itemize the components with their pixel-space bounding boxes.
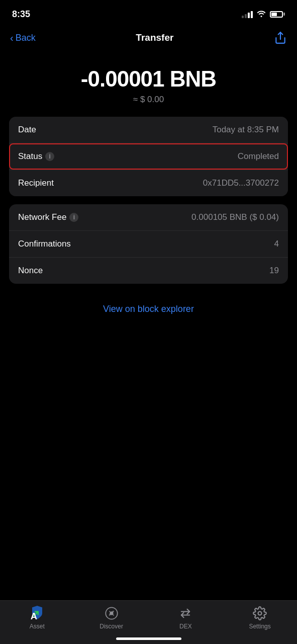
network-fee-value: 0.000105 BNB ($ 0.04): [191, 212, 279, 222]
tab-discover[interactable]: Discover: [94, 606, 129, 630]
status-bar: 8:35: [0, 0, 297, 25]
confirmations-label: Confirmations: [18, 239, 71, 249]
confirmations-value: 4: [274, 239, 279, 249]
tab-asset-label: Asset: [30, 623, 45, 630]
amount-section: -0.00001 BNB ≈ $ 0.00: [0, 52, 297, 117]
date-value: Today at 8:35 PM: [213, 125, 279, 135]
tab-dex-label: DEX: [179, 623, 192, 630]
share-button[interactable]: [274, 31, 287, 44]
home-indicator: [116, 637, 181, 640]
discover-tab-icon: [104, 606, 119, 621]
recipient-row: Recipient 0x71DD5...3700272: [9, 170, 288, 196]
tab-discover-label: Discover: [100, 623, 123, 630]
date-label: Date: [18, 125, 36, 135]
amount-main: -0.00001 BNB: [10, 66, 287, 92]
explorer-link-section: View on block explorer: [0, 292, 297, 327]
page-title: Transfer: [136, 32, 173, 43]
share-icon: [274, 31, 287, 44]
nonce-label: Nonce: [18, 266, 43, 276]
detail-card-2: Network Fee i 0.000105 BNB ($ 0.04) Conf…: [9, 204, 288, 284]
status-icons: [242, 10, 285, 19]
network-fee-row: Network Fee i 0.000105 BNB ($ 0.04): [9, 204, 288, 231]
chevron-left-icon: ‹: [10, 32, 14, 44]
recipient-label: Recipient: [18, 178, 54, 188]
svg-point-6: [258, 612, 262, 615]
tab-settings[interactable]: Settings: [242, 606, 277, 630]
svg-text:A: A: [31, 611, 37, 621]
wifi-icon: [257, 10, 266, 19]
nonce-row: Nonce 19: [9, 258, 288, 284]
status-time: 8:35: [12, 9, 30, 20]
back-label: Back: [16, 33, 36, 43]
detail-card-1: Date Today at 8:35 PM Status i Completed…: [9, 117, 288, 196]
status-label: Status i: [18, 151, 54, 162]
status-info-icon[interactable]: i: [45, 152, 54, 161]
status-value: Completed: [238, 151, 279, 162]
explorer-link[interactable]: View on block explorer: [103, 304, 194, 314]
tab-dex[interactable]: DEX: [168, 606, 203, 630]
dex-tab-icon: [178, 606, 193, 621]
date-row: Date Today at 8:35 PM: [9, 117, 288, 143]
recipient-value: 0x71DD5...3700272: [203, 178, 279, 188]
asset-tab-icon: A: [30, 606, 45, 621]
nonce-value: 19: [269, 266, 279, 276]
network-fee-info-icon[interactable]: i: [69, 213, 78, 222]
status-row: Status i Completed: [9, 143, 288, 170]
confirmations-row: Confirmations 4: [9, 231, 288, 258]
signal-icon: [242, 10, 253, 18]
settings-tab-icon: [252, 606, 267, 621]
network-fee-label: Network Fee i: [18, 212, 78, 222]
tab-asset[interactable]: A Asset: [20, 606, 55, 630]
back-button[interactable]: ‹ Back: [10, 32, 36, 44]
amount-usd: ≈ $ 0.00: [10, 95, 287, 105]
nav-bar: ‹ Back Transfer: [0, 25, 297, 52]
tab-settings-label: Settings: [249, 623, 270, 630]
battery-icon: [270, 11, 285, 18]
